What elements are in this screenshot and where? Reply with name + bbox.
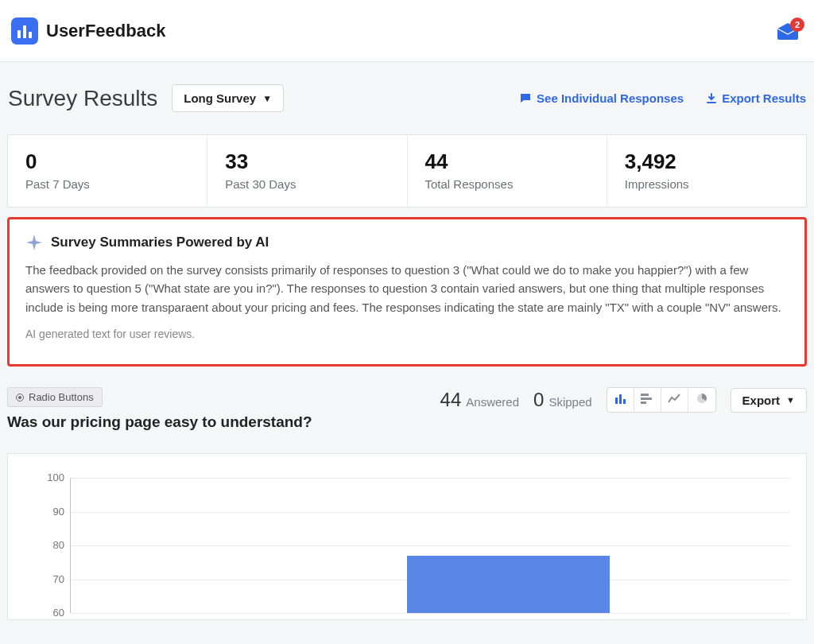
answered-count: 44 Answered [440, 389, 519, 411]
chart-type-line-button[interactable] [661, 388, 688, 412]
caret-down-icon: ▼ [262, 94, 272, 103]
svg-rect-1 [619, 394, 622, 404]
ai-summary-body: The feedback provided on the survey cons… [25, 261, 789, 316]
stat-past-7-days: 0 Past 7 Days [8, 135, 207, 207]
skipped-label: Skipped [548, 395, 591, 409]
chart-tick-label: 100 [39, 471, 64, 483]
caret-down-icon: ▼ [786, 395, 795, 405]
survey-selected-label: Long Survey [184, 91, 256, 105]
top-bar: UserFeedback 2 [0, 0, 814, 62]
question-type-chip: Radio Buttons [7, 387, 103, 407]
question-text: Was our pricing page easy to understand? [7, 413, 312, 431]
chart-tick-label: 90 [39, 506, 64, 518]
see-individual-responses-link[interactable]: See Individual Responses [519, 91, 684, 105]
brand-name: UserFeedback [46, 21, 165, 41]
export-results-link[interactable]: Export Results [706, 91, 806, 105]
stat-value: 33 [225, 149, 389, 174]
brand-logo-icon [11, 17, 38, 45]
chat-icon [519, 92, 532, 105]
page-title: Survey Results [8, 86, 157, 111]
answered-label: Answered [466, 395, 519, 409]
chart-gridline: 90 [71, 512, 790, 513]
ai-summary-disclaimer: AI generated text for user reviews. [25, 328, 789, 340]
bar-chart-icon [614, 393, 626, 407]
chart-plot-area: 60708090100 [70, 478, 790, 613]
skipped-value: 0 [533, 389, 544, 411]
answered-value: 44 [440, 389, 462, 411]
chart-gridline: 100 [71, 478, 790, 479]
chart-tick-label: 70 [39, 573, 64, 585]
stats-panel: 0 Past 7 Days 33 Past 30 Days 44 Total R… [7, 134, 807, 208]
stat-label: Impressions [625, 177, 789, 191]
chart-tick-label: 60 [39, 607, 64, 619]
chart-type-pie-button[interactable] [688, 388, 715, 412]
chart-container: 60708090100 [7, 453, 807, 620]
svg-rect-4 [641, 398, 652, 400]
stat-label: Total Responses [425, 177, 589, 191]
question-export-label: Export [742, 394, 781, 407]
brand: UserFeedback [11, 17, 165, 45]
stat-value: 44 [425, 149, 589, 174]
notification-badge: 2 [790, 17, 804, 32]
question-card: Radio Buttons Was our pricing page easy … [7, 387, 807, 620]
chart-gridline: 80 [71, 545, 790, 546]
download-icon [706, 93, 717, 104]
chart-bar [407, 556, 610, 613]
question-export-button[interactable]: Export ▼ [731, 388, 807, 413]
page-header: Survey Results Long Survey ▼ See Individ… [0, 62, 814, 134]
chart-tick-label: 80 [39, 539, 64, 551]
export-results-label: Export Results [722, 91, 806, 105]
ai-summary-box: Survey Summaries Powered by AI The feedb… [7, 217, 807, 367]
stat-label: Past 30 Days [225, 177, 389, 191]
svg-rect-5 [641, 402, 646, 404]
chart-gridline: 60 [71, 613, 790, 614]
chart-type-group [607, 387, 716, 413]
pie-chart-icon [696, 392, 708, 408]
chart-type-bar-button[interactable] [607, 388, 634, 412]
stat-value: 3,492 [625, 149, 789, 174]
stat-impressions: 3,492 Impressions [607, 135, 806, 207]
line-chart-icon [668, 393, 680, 407]
skipped-count: 0 Skipped [533, 389, 592, 411]
chart-type-horizontal-bar-button[interactable] [634, 388, 661, 412]
ai-summary-title: Survey Summaries Powered by AI [51, 235, 269, 250]
stat-label: Past 7 Days [25, 177, 189, 191]
stat-value: 0 [25, 149, 189, 174]
svg-rect-3 [641, 394, 649, 396]
svg-rect-0 [615, 398, 618, 404]
radio-icon [16, 394, 24, 402]
question-type-label: Radio Buttons [29, 391, 94, 403]
survey-selector[interactable]: Long Survey ▼ [172, 84, 284, 112]
inbox-button[interactable]: 2 [776, 22, 800, 40]
stat-past-30-days: 33 Past 30 Days [207, 135, 407, 207]
sparkle-icon [25, 234, 43, 251]
horizontal-bar-icon [641, 393, 653, 407]
stat-total-responses: 44 Total Responses [408, 135, 607, 207]
svg-rect-2 [623, 399, 626, 404]
see-individual-responses-label: See Individual Responses [537, 91, 684, 105]
